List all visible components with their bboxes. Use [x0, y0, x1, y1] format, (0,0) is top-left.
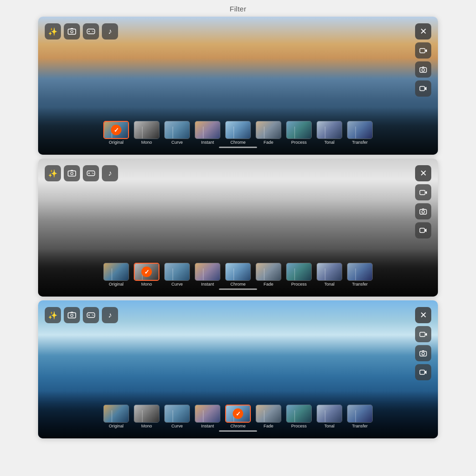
record-btn-3[interactable]	[415, 326, 431, 342]
filter-thumb-process-2[interactable]	[286, 263, 312, 281]
thumb-bg-process-2	[287, 263, 311, 280]
filter-thumb-fade-2[interactable]	[256, 263, 281, 281]
filter-label-transfer-1: Transfer	[352, 140, 367, 145]
filter-thumb-fade-1[interactable]	[256, 121, 281, 139]
game-tool-btn-1[interactable]	[83, 23, 99, 40]
filter-thumb-process-1[interactable]	[286, 121, 312, 139]
filter-thumb-chrome-1[interactable]	[225, 121, 251, 139]
filter-item-fade-2[interactable]: Fade	[254, 263, 283, 287]
filter-item-instant-2[interactable]: Instant	[193, 263, 222, 287]
scroll-indicator-2	[38, 288, 438, 290]
filter-item-fade-3[interactable]: Fade	[254, 405, 283, 428]
filter-item-mono-2[interactable]: ✓ Mono	[132, 263, 161, 287]
filter-thumb-tonal-1[interactable]	[317, 121, 342, 139]
filter-item-original-2[interactable]: Original	[102, 263, 130, 287]
camera-btn-1[interactable]	[415, 61, 431, 78]
thumb-bg-fade-1	[256, 121, 281, 139]
magic-tool-btn-1[interactable]: ✨	[45, 23, 61, 40]
filter-thumb-original-3[interactable]	[103, 405, 129, 423]
filter-item-original-3[interactable]: Original	[102, 405, 130, 428]
filter-label-fade-1: Fade	[264, 140, 274, 145]
filter-thumb-mono-1[interactable]	[134, 121, 159, 139]
filter-label-fade-2: Fade	[264, 282, 274, 287]
filter-item-chrome-2[interactable]: Chrome	[224, 263, 252, 287]
filter-thumb-instant-1[interactable]	[195, 121, 220, 139]
filter-thumb-mono-3[interactable]	[134, 405, 159, 423]
filter-item-process-2[interactable]: Process	[285, 263, 313, 287]
thumb-bg-instant-1	[195, 121, 220, 139]
filter-item-instant-1[interactable]: Instant	[193, 121, 222, 145]
filter-thumb-mono-2[interactable]: ✓	[134, 263, 159, 281]
filter-thumb-chrome-3[interactable]: ✓	[225, 405, 251, 423]
filter-label-curve-1: Curve	[171, 140, 183, 145]
music-tool-btn-1[interactable]: ♪	[102, 23, 118, 40]
video-cam-btn-1[interactable]	[415, 80, 431, 97]
filter-thumb-process-3[interactable]	[286, 405, 312, 423]
filter-thumb-curve-3[interactable]	[164, 405, 190, 423]
filter-thumb-transfer-3[interactable]	[347, 405, 373, 423]
thumb-bg-mono-1	[134, 121, 159, 139]
filter-item-curve-1[interactable]: Curve	[163, 121, 191, 145]
record-btn-2[interactable]	[415, 184, 431, 200]
filter-item-tonal-3[interactable]: Tonal	[315, 405, 344, 428]
filter-item-tonal-1[interactable]: Tonal	[315, 121, 344, 145]
filter-item-transfer-1[interactable]: Transfer	[346, 121, 374, 145]
music-tool-btn-3[interactable]: ♪	[102, 307, 118, 323]
thumb-bg-fade-3	[256, 405, 281, 422]
game-tool-btn-3[interactable]	[83, 307, 99, 323]
filter-thumb-curve-2[interactable]	[164, 263, 190, 281]
game-tool-btn-2[interactable]	[83, 165, 99, 181]
filter-thumb-original-2[interactable]	[103, 263, 129, 281]
filter-thumb-fade-3[interactable]	[256, 405, 281, 423]
filter-thumb-transfer-1[interactable]	[347, 121, 373, 139]
video-cam-btn-3[interactable]	[415, 364, 431, 380]
filter-label-chrome-1: Chrome	[230, 140, 246, 145]
filter-thumb-instant-3[interactable]	[195, 405, 220, 423]
filter-item-transfer-2[interactable]: Transfer	[346, 263, 374, 287]
video-cam-btn-2[interactable]	[415, 222, 431, 238]
filter-item-mono-1[interactable]: Mono	[132, 121, 161, 145]
close-btn-2[interactable]: ✕	[415, 165, 431, 181]
filter-item-process-1[interactable]: Process	[285, 121, 313, 145]
svg-rect-36	[420, 332, 425, 337]
thumb-bg-mono-3	[134, 405, 159, 422]
filter-thumb-transfer-2[interactable]	[347, 263, 373, 281]
camera-btn-2[interactable]	[415, 203, 431, 219]
filter-label-instant-3: Instant	[201, 424, 214, 428]
filter-item-curve-3[interactable]: Curve	[163, 405, 191, 428]
camera-btn-3[interactable]	[415, 345, 431, 361]
record-btn-1[interactable]	[415, 42, 431, 59]
filter-item-mono-3[interactable]: Mono	[132, 405, 161, 428]
filter-item-instant-3[interactable]: Instant	[193, 405, 222, 428]
thumb-bg-chrome-2	[226, 263, 250, 280]
screen-panel-chrome: ✨ ♪ ✕	[38, 300, 438, 438]
filter-thumb-curve-1[interactable]	[164, 121, 190, 139]
filter-thumb-tonal-3[interactable]	[317, 405, 342, 423]
scroll-indicator-3	[38, 430, 438, 432]
svg-point-20	[92, 173, 93, 174]
filter-item-process-3[interactable]: Process	[285, 405, 313, 428]
music-tool-btn-2[interactable]: ♪	[102, 165, 118, 181]
magic-tool-btn-2[interactable]: ✨	[45, 165, 61, 181]
filter-thumb-chrome-2[interactable]	[225, 263, 251, 281]
magic-tool-btn-3[interactable]: ✨	[45, 307, 61, 323]
filter-item-curve-2[interactable]: Curve	[163, 263, 191, 287]
close-btn-3[interactable]: ✕	[415, 307, 431, 323]
toolbar-right-3: ✕	[415, 307, 431, 380]
filter-thumb-tonal-2[interactable]	[317, 263, 342, 281]
photo-tool-btn-1[interactable]	[64, 23, 80, 40]
filter-label-instant-1: Instant	[201, 140, 214, 145]
filter-thumb-instant-2[interactable]	[195, 263, 220, 281]
close-btn-1[interactable]: ✕	[415, 23, 431, 40]
filter-item-chrome-1[interactable]: Chrome	[224, 121, 252, 145]
filter-label-mono-3: Mono	[141, 424, 152, 428]
filter-item-fade-1[interactable]: Fade	[254, 121, 283, 145]
filter-item-chrome-3[interactable]: ✓ Chrome	[224, 405, 252, 428]
filter-item-original-1[interactable]: ✓ Original	[102, 121, 130, 145]
svg-point-35	[93, 315, 94, 316]
photo-tool-btn-3[interactable]	[64, 307, 80, 323]
filter-thumb-original-1[interactable]: ✓	[103, 121, 129, 139]
photo-tool-btn-2[interactable]	[64, 165, 80, 181]
filter-item-transfer-3[interactable]: Transfer	[346, 405, 374, 428]
filter-item-tonal-2[interactable]: Tonal	[315, 263, 344, 287]
